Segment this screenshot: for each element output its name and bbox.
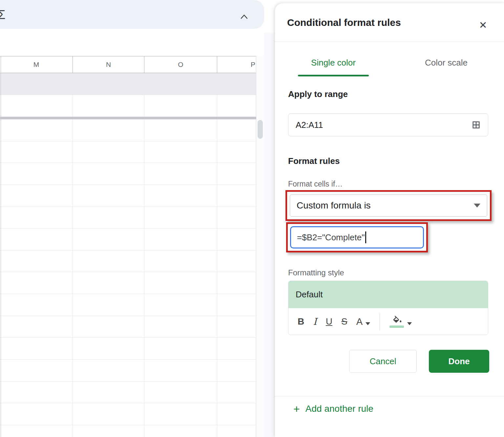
footer-divider [275, 396, 504, 396]
text-color-icon: A [356, 316, 363, 327]
cancel-button[interactable]: Cancel [349, 350, 417, 373]
grid-left-border [1, 56, 1, 437]
text-color-button[interactable]: A [356, 316, 370, 327]
apply-to-range-label: Apply to range [288, 89, 348, 99]
panel-gap-strip [264, 0, 275, 437]
format-rules-heading: Format rules [288, 156, 340, 166]
collapse-toolbar-button[interactable] [237, 11, 251, 22]
range-input[interactable]: A2:A11 [288, 113, 488, 136]
column-header-row: M N O P [0, 56, 256, 73]
close-icon: ✕ [479, 19, 487, 31]
toolbar-divider [380, 313, 380, 330]
tab-color-scale[interactable]: Color scale [410, 56, 482, 70]
text-cursor [365, 231, 366, 243]
fill-color-swatch [389, 326, 404, 328]
strikethrough-button[interactable]: S [341, 316, 347, 327]
range-grid-icon [472, 120, 481, 129]
fill-color-caret-icon [407, 322, 412, 325]
italic-button[interactable]: I [313, 316, 317, 327]
frozen-row-highlight [0, 73, 256, 95]
panel-gap-strip-top [264, 0, 275, 33]
vertical-scrollbar-thumb[interactable] [258, 120, 263, 139]
done-button[interactable]: Done [429, 350, 489, 373]
close-button[interactable]: ✕ [476, 18, 490, 32]
header-divider [275, 42, 504, 42]
add-another-rule-label: Add another rule [305, 404, 373, 414]
underline-button[interactable]: U [326, 316, 332, 327]
plus-icon: + [293, 403, 300, 414]
formatting-style-box: Default B I U S A [288, 281, 488, 335]
style-preview: Default [288, 281, 488, 308]
panel-title: Conditional format rules [287, 17, 401, 28]
style-toolbar: B I U S A [288, 308, 488, 335]
paint-bucket-icon [392, 315, 402, 325]
conditional-format-rules-panel: Conditional format rules ✕ Single color … [275, 3, 504, 437]
formatting-style-label: Formatting style [288, 268, 344, 277]
active-tab-underline [298, 75, 369, 76]
format-cells-if-label: Format cells if… [288, 180, 343, 189]
condition-dropdown-highlight: Custom formula is [285, 190, 492, 221]
collapsed-toolbar-bar: Σ [0, 0, 264, 29]
dropdown-caret-icon [474, 204, 480, 208]
frozen-row-divider[interactable] [0, 117, 256, 119]
chevron-up-icon [239, 13, 249, 20]
formula-input-highlight: =$B2="Complete" [286, 222, 428, 252]
formula-input[interactable]: =$B2="Complete" [290, 226, 424, 248]
column-header-p[interactable]: P [217, 56, 256, 73]
column-header-o[interactable]: O [144, 56, 217, 73]
functions-sigma-icon[interactable]: Σ [0, 8, 6, 22]
add-another-rule-button[interactable]: + Add another rule [293, 403, 373, 414]
condition-value: Custom formula is [297, 200, 371, 211]
fill-color-button[interactable] [389, 315, 412, 328]
vertical-scrollbar-track[interactable] [256, 56, 264, 437]
range-value: A2:A11 [296, 120, 323, 130]
select-range-button[interactable] [472, 120, 481, 129]
style-preview-text: Default [296, 289, 323, 300]
tab-single-color[interactable]: Single color [298, 56, 369, 70]
text-color-caret-icon [366, 322, 370, 325]
column-header-m[interactable]: M [0, 56, 73, 73]
condition-dropdown[interactable]: Custom formula is [290, 194, 487, 217]
bold-button[interactable]: B [298, 316, 304, 327]
formula-value: =$B2="Complete" [297, 232, 365, 243]
column-header-n[interactable]: N [73, 56, 144, 73]
